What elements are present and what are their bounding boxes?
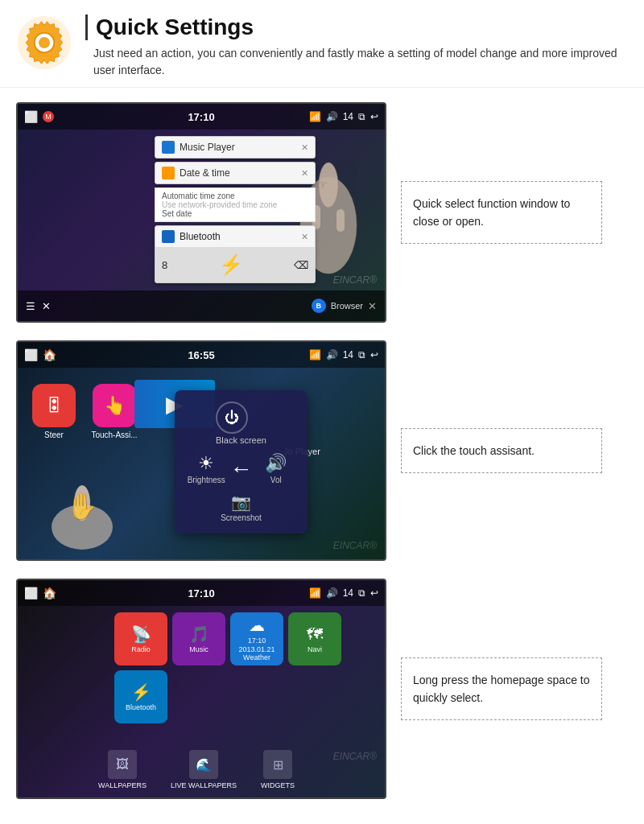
note-3: Long press the homepage space to quickly… [401,657,602,721]
popup-datetime-close[interactable]: ✕ [301,168,308,179]
bottom-browser[interactable]: B Browser ✕ [312,299,377,313]
back-icon: ↩ [370,111,378,122]
weather-icon: ☁ [249,616,265,635]
live-wallpapers-label: LIVE WALLPAPERS [171,781,237,789]
brightness-label: Brightness [188,476,225,484]
vol-label: Vol [270,476,282,484]
app-steer[interactable]: 🎛 Steer [26,384,82,439]
live-wallpapers-icon: 🌊 [189,750,218,779]
popup-sub-tz: Automatic time zone Use network-provided… [155,187,316,222]
hand-gesture-2: ✋ [42,479,130,559]
gear-icon [16,14,72,71]
window-icon-3: ⧉ [358,587,365,599]
screenshot-icon: 📷 [231,492,251,512]
power-button[interactable]: ⏻ [216,402,248,434]
shortcut-wallpapers[interactable]: 🖼 WALLPAPERS [98,750,147,789]
qm-power-area: ⏻ Black screen [183,402,299,445]
widget-navi[interactable]: 🗺 Navi [288,612,341,665]
time-display-3: 17:10 [188,587,214,599]
bt-number: 8 [162,259,167,271]
screen-3: ⬜ 🏠 17:10 📶 🔊 14 ⧉ ↩ 📡 [16,579,386,799]
window-icon: ⧉ [358,111,365,122]
music-icon: 🎵 [189,624,209,644]
volume-ctrl-icon: 🔊 [265,453,287,474]
music-label: Music [189,645,208,653]
back-icon-2: ↩ [370,349,378,360]
browser-close[interactable]: ✕ [368,300,377,312]
svg-point-2 [39,37,50,48]
tz-label: Automatic time zone [162,192,308,200]
shortcut-live-wallpapers[interactable]: 🌊 LIVE WALLPAPERS [171,750,237,789]
black-screen-label: Black screen [216,435,266,445]
navi-icon: 🗺 [307,625,323,644]
popup-datetime-label: Date & time [180,167,230,179]
screen-1-bg: ⬜ M 17:10 📶 🔊 14 ⧉ ↩ [18,104,385,321]
volume-value-2: 14 [343,349,353,360]
qm-controls-row: ☀ Brightness ← 🔊 Vol [183,453,299,484]
shortcut-widgets[interactable]: ⊞ WIDGETS [261,750,295,789]
note-3-text: Long press the homepage space to quickly… [413,674,590,704]
steer-label: Steer [44,431,64,439]
popup-bt-close[interactable]: ✕ [301,232,308,242]
back-arrow-icon[interactable]: ← [230,456,253,482]
note-2: Click the touch assisant. [401,428,602,473]
bottom-bar-1: ☰ ✕ B Browser ✕ [18,290,385,321]
popup-bluetooth[interactable]: Bluetooth ✕ 8 ⚡ ⌫ [155,225,316,283]
volume-icon-3: 🔊 [326,587,338,599]
radio-icon: 📡 [131,624,151,644]
section-3: ⬜ 🏠 17:10 📶 🔊 14 ⧉ ↩ 📡 [0,579,644,817]
popup-datetime[interactable]: Date & time ✕ [155,162,316,184]
signal-icon-2: 📶 [309,349,321,360]
bt-icon: ⚡ [131,682,151,702]
svg-text:✋: ✋ [66,491,98,521]
widget-bluetooth[interactable]: ⚡ Bluetooth [114,670,167,723]
brand-watermark-3: EINCAR® [333,751,377,762]
time-display-1: 17:10 [188,111,214,123]
widget-music[interactable]: 🎵 Music [172,612,225,665]
popup-music-close[interactable]: ✕ [301,142,308,153]
home-icon-3: ⬜ [24,587,38,599]
tz-desc: Use network-provided time zone [162,200,308,209]
screen-2: ⬜ 🏠 16:55 📶 🔊 14 ⧉ ↩ 🎛 Steer [16,340,386,561]
popup-bt-label: Bluetooth [180,231,221,242]
section-2: ⬜ 🏠 16:55 📶 🔊 14 ⧉ ↩ 🎛 Steer [0,340,644,579]
popup-music-player[interactable]: Music Player ✕ [155,136,316,159]
volume-value-1: 14 [343,111,353,122]
svg-text:☞: ☞ [316,178,328,192]
close-icon: ✕ [42,300,51,312]
wallpapers-label: WALLPAPERS [98,781,147,789]
qm-brightness[interactable]: ☀ Brightness [183,453,230,484]
home-filled-icon-2: 🏠 [43,348,56,361]
browser-icon: B [312,299,326,313]
volume-value-3: 14 [343,587,353,599]
qm-screenshot-area[interactable]: 📷 Screenshot [183,492,299,522]
svg-rect-6 [336,209,345,232]
time-display-2: 16:55 [188,349,214,361]
navi-label: Navi [308,645,322,653]
widget-radio[interactable]: 📡 Radio [114,612,167,665]
radio-label: Radio [131,645,151,653]
bt-backspace[interactable]: ⌫ [294,259,308,271]
brand-watermark-2: EINCAR® [333,540,377,551]
widget-weather[interactable]: ☁ 17:102013.01.21Weather [230,612,283,665]
qm-vol[interactable]: 🔊 Vol [253,453,300,484]
page-description: Just need an action, you can convenientl… [85,45,628,79]
window-icon-2: ⧉ [358,349,365,360]
statusbar-3: ⬜ 🏠 17:10 📶 🔊 14 ⧉ ↩ [18,580,385,606]
wallpapers-icon: 🖼 [108,750,137,779]
popup-music-label: Music Player [180,142,235,153]
signal-icon: 📶 [309,111,321,122]
weather-time: 17:102013.01.21Weather [238,637,275,662]
notification-icon: M [43,111,54,122]
brand-watermark-1: EINCAR® [333,274,377,286]
bt-content: 8 ⚡ ⌫ [155,247,315,282]
signal-icon-3: 📶 [309,587,321,599]
page-title: Quick Settings [85,14,628,40]
hamburger-icon: ☰ [26,300,35,312]
note-2-text: Click the touch assisant. [413,444,535,457]
home-filled-icon-3: 🏠 [43,587,56,599]
note-1: Quick select function window to close or… [401,181,602,245]
screenshot-label: Screenshot [221,513,262,522]
brightness-icon: ☀ [198,453,214,474]
header-text-block: Quick Settings Just need an action, you … [85,14,628,79]
